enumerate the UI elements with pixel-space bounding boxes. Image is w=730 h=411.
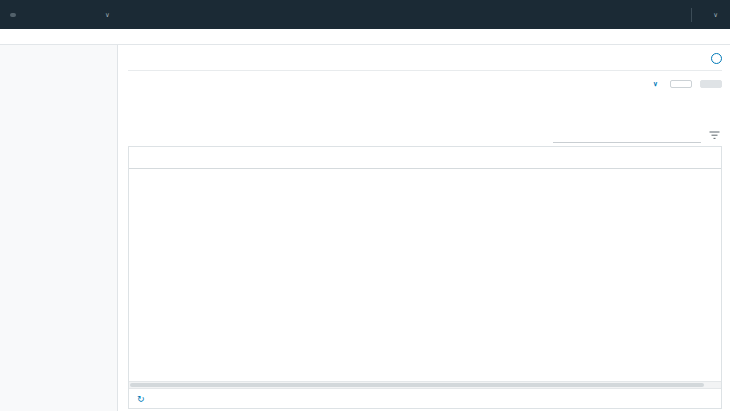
collapse-sidebar-button[interactable] (0, 47, 117, 50)
scrollbar-thumb[interactable] (130, 383, 704, 387)
filter-area (553, 129, 720, 143)
main-content: ∨ ↻ (118, 45, 730, 411)
topbar-left: ∨ (10, 11, 110, 19)
topbar-divider (691, 8, 692, 22)
chevron-down-icon: ∨ (713, 11, 718, 19)
chevron-down-icon: ∨ (105, 11, 110, 19)
grid-footer: ↻ (129, 388, 721, 408)
revert-button[interactable] (670, 80, 692, 88)
refresh-button[interactable]: ↻ (137, 394, 148, 404)
grid-empty-area (129, 169, 721, 381)
filter-input[interactable] (553, 129, 701, 143)
main-nav (0, 29, 730, 45)
filter-icon[interactable] (709, 131, 720, 142)
help-icon[interactable] (711, 53, 722, 64)
topbar-right: ∨ (675, 8, 718, 22)
topbar: ∨ ∨ (0, 0, 730, 29)
app-window: ∨ ∨ ∨ (0, 0, 730, 411)
user-menu[interactable]: ∨ (708, 11, 718, 19)
grid-header-row (129, 147, 721, 169)
actions-row: ∨ (128, 76, 722, 92)
vmware-logo (10, 13, 16, 17)
category-tabs (128, 96, 676, 118)
horizontal-scrollbar[interactable] (129, 381, 721, 388)
rules-grid: ↻ (128, 146, 722, 409)
actions-menu-button[interactable]: ∨ (650, 80, 658, 88)
publish-button[interactable] (700, 80, 722, 88)
grid-toolbar (128, 125, 722, 143)
project-selector[interactable]: ∨ (79, 11, 110, 19)
view-tabs (128, 70, 722, 71)
refresh-icon: ↻ (137, 394, 145, 404)
sidebar (0, 45, 118, 411)
chevron-down-icon: ∨ (653, 80, 658, 88)
